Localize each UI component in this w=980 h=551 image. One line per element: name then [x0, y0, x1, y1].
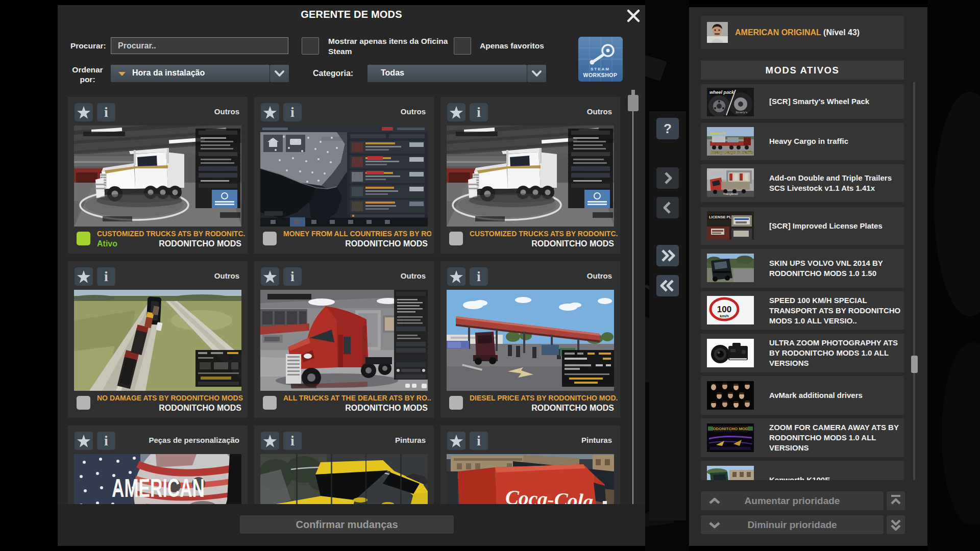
- svg-text:Smarty's: Smarty's: [736, 111, 747, 114]
- svg-text:wheel pack: wheel pack: [709, 90, 734, 95]
- svg-text:km/h: km/h: [720, 314, 729, 318]
- svg-text:Heavy Cargo in traffic: Heavy Cargo in traffic: [711, 150, 753, 155]
- svg-text:RODONITCHO MODS: RODONITCHO MODS: [710, 427, 752, 431]
- svg-text:100: 100: [717, 305, 731, 314]
- svg-text:STEAM: STEAM: [591, 67, 610, 71]
- svg-text:Trianglenut: Trianglenut: [723, 192, 738, 195]
- svg-text:WORKSHOP: WORKSHOP: [583, 72, 618, 78]
- svg-text:MannyPB: MannyPB: [709, 132, 726, 136]
